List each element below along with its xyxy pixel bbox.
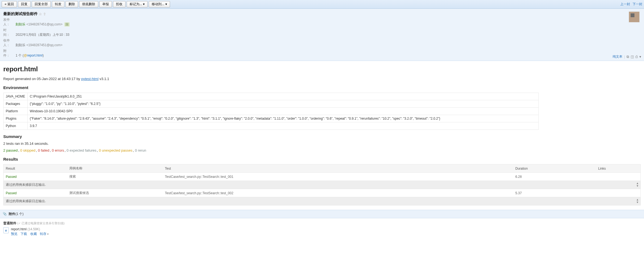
header-actions: 纯文本 | ⧉ ◫ ⎙ ▾ (613, 54, 641, 59)
flag-icon[interactable]: ⇧ (43, 12, 46, 16)
html-file-icon: e (3, 227, 9, 233)
time-label: 时 间： (3, 28, 15, 37)
env-row: Packages{"pluggy": "1.0.0", "py": "1.10.… (4, 100, 539, 108)
env-value: {"Faker": "8.14.0", "allure-pytest": "2.… (27, 115, 538, 122)
env-key: JAVA_HOME (4, 93, 28, 100)
email-toolbar: « 返回 回复 回复全部 转发 删除 彻底删除 举报 拒收 标记为... ▾ 移… (0, 0, 644, 9)
from-label: 发件人： (3, 17, 15, 27)
attach-label: 附 件： (3, 49, 15, 58)
saveto-link[interactable]: 转存 ▾ (40, 232, 49, 236)
col-test[interactable]: Test (163, 164, 513, 173)
log-row: 通过的用例未捕获日志输出.▴▾ (4, 181, 641, 189)
from-address: <1948287451@qq.com> (26, 22, 62, 26)
log-cell: 通过的用例未捕获日志输出.▴▾ (4, 197, 641, 205)
env-row: Plugins{"Faker": "8.14.0", "allure-pytes… (4, 115, 539, 122)
report-title: report.html (3, 65, 641, 73)
reply-all-button[interactable]: 回复全部 (32, 1, 51, 7)
env-key: Packages (4, 100, 28, 108)
summary-unexpected: 0 unexpected passes (99, 148, 132, 152)
back-button[interactable]: « 返回 (2, 1, 17, 7)
env-row: JAVA_HOMEC:\Program Files\Java\jdk1.8.0_… (4, 93, 539, 100)
plain-text-link[interactable]: 纯文本 (613, 54, 622, 59)
window-icon[interactable]: ⧉ (627, 55, 629, 59)
cell-test: TestCase/test_search.py::TestSearch::tes… (163, 189, 513, 197)
from-name[interactable]: 刻刻乐 (16, 22, 25, 26)
reply-button[interactable]: 回复 (18, 1, 31, 7)
attach-link[interactable]: report.html (27, 54, 43, 57)
to-label: 收件人： (3, 38, 15, 48)
log-cell: 通过的用例未捕获日志输出.▴▾ (4, 181, 641, 189)
chevron-down-icon: ▾ (165, 2, 167, 6)
env-row: Python3.9.7 (4, 122, 539, 130)
summary-expected: 0 expected failures (67, 148, 96, 152)
avatar[interactable] (629, 11, 640, 22)
result-row[interactable]: Passed搜索TestCase/test_search.py::TestSea… (4, 173, 641, 181)
summary-passed: 2 passed (3, 148, 18, 152)
email-header: 最新的测试报告邮件 ☆ ⇧ 发件人： 刻刻乐 <1948287451@qq.co… (0, 9, 644, 61)
summary-errors: 0 errors (52, 148, 64, 152)
version-suffix: v3.1.1 (99, 77, 109, 81)
cell-duration: 5.37 (513, 189, 596, 197)
reject-button[interactable]: 拒收 (113, 1, 126, 7)
cell-result: Passed (4, 173, 67, 181)
cell-test: TestCase/test_search.py::TestSearch::tes… (163, 173, 513, 181)
col-result[interactable]: Result (4, 164, 67, 173)
env-table: JAVA_HOMEC:\Program Files\Java\jdk1.8.0_… (3, 93, 539, 130)
generated-prefix: Report generated on 05-Jan-2022 at 16:43… (3, 77, 81, 81)
report-spam-button[interactable]: 举报 (99, 1, 112, 7)
separator: | (624, 55, 625, 59)
result-row[interactable]: Passed测试搜索候选TestCase/test_search.py::Tes… (4, 189, 641, 197)
move-to-button[interactable]: 移动到... ▾ (149, 1, 170, 7)
to-name: 刻刻乐 (16, 43, 25, 47)
attachment-filename: report.html (11, 227, 26, 231)
to-address: <1948287451@qq.com> (26, 43, 62, 47)
summary-line: 2 passed, 0 skipped, 0 failed, 0 errors,… (3, 148, 641, 152)
print-icon[interactable]: ⎙ (636, 55, 638, 59)
results-heading: Results (3, 157, 641, 161)
attachment-icon: @ (24, 54, 27, 57)
prev-email-link[interactable]: 上一封 (620, 2, 630, 6)
chevron-down-icon[interactable]: ▾ (639, 55, 641, 59)
preview-link[interactable]: 预览 (11, 232, 17, 236)
delete-button[interactable]: 删除 (65, 1, 78, 7)
summary-skipped: 0 skipped (20, 148, 35, 152)
col-links[interactable]: Links (596, 164, 640, 173)
results-table: Result 用例名称 Test Duration Links Passed搜索… (3, 164, 641, 205)
attachment-filesize: (14.59K) (28, 227, 40, 231)
env-value: 3.9.7 (27, 122, 538, 130)
expand-icon[interactable]: ▴▾ (637, 182, 638, 187)
email-subject: 最新的测试报告邮件 ☆ ⇧ (3, 11, 46, 16)
scan-note: (✓ 已通过电脑管家云查杀引擎扫描) (17, 222, 64, 225)
summary-rerun: 0 rerun (135, 148, 146, 152)
env-key: Python (4, 122, 28, 130)
download-link[interactable]: 下载 (20, 232, 27, 236)
attachments-count: (1 个) (15, 212, 23, 216)
env-key: Plugins (4, 115, 28, 122)
encoding-icon[interactable]: ◫ (631, 55, 634, 59)
delete-permanent-button[interactable]: 彻底删除 (79, 1, 98, 7)
expand-icon[interactable]: ▴▾ (637, 198, 638, 204)
star-icon[interactable]: ☆ (39, 12, 42, 16)
normal-attachment-label: 普通附件 (3, 221, 16, 225)
chevron-down-icon: ▾ (143, 2, 145, 6)
favorite-link[interactable]: 收藏 (30, 232, 37, 236)
summary-heading: Summary (3, 134, 641, 139)
log-row: 通过的用例未捕获日志输出.▴▾ (4, 197, 641, 205)
cell-name: 搜索 (67, 173, 163, 181)
env-value: Windows-10-10.0.19042-SP0 (27, 108, 538, 115)
env-key: Platform (4, 108, 28, 115)
col-name[interactable]: 用例名称 (67, 164, 163, 173)
cell-result: Passed (4, 189, 67, 197)
summary-text: 2 tests ran in 35.14 seconds. (3, 142, 641, 146)
forward-button[interactable]: 转发 (52, 1, 64, 7)
mark-as-button[interactable]: 标记为... ▾ (127, 1, 148, 7)
summary-failed: 0 failed (38, 148, 49, 152)
generator-link[interactable]: pytest-html (81, 77, 99, 81)
next-email-link[interactable]: 下一封 (633, 2, 642, 6)
col-duration[interactable]: Duration (513, 164, 596, 173)
cell-name: 测试搜索候选 (67, 189, 163, 197)
from-line: 发件人： 刻刻乐 <1948287451@qq.com> 国 (3, 17, 641, 27)
results-header-row: Result 用例名称 Test Duration Links (4, 164, 641, 173)
time-line: 时 间： 2022年1月6日（星期四）上午10 : 33 (3, 28, 641, 37)
attachments-body: 普通附件 (✓ 已通过电脑管家云查杀引擎扫描) e report.html (1… (0, 218, 644, 239)
